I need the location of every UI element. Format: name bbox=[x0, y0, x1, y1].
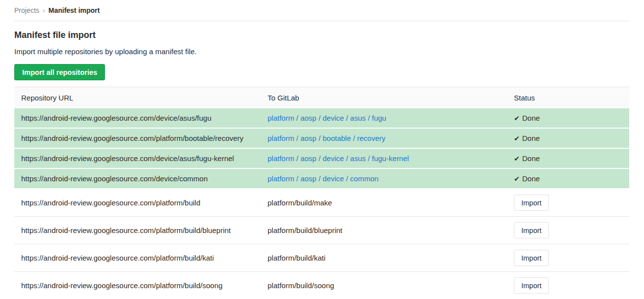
column-header-to-gitlab: To GitLab bbox=[261, 87, 507, 108]
breadcrumb-current: Manifest import bbox=[48, 6, 100, 14]
table-row: https://android-review.googlesource.com/… bbox=[14, 129, 629, 149]
import-button[interactable]: Import bbox=[514, 277, 549, 294]
repository-url: https://android-review.googlesource.com/… bbox=[14, 189, 261, 217]
chevron-right-icon: › bbox=[43, 6, 45, 14]
main-content: Manifest file import Import multiple rep… bbox=[14, 30, 629, 299]
target-project-link[interactable]: platform / aosp / device / asus / fugu bbox=[268, 114, 386, 122]
table-row: https://android-review.googlesource.com/… bbox=[14, 244, 629, 272]
column-header-repository-url: Repository URL bbox=[14, 87, 261, 108]
check-icon: ✔ bbox=[514, 175, 520, 183]
column-header-status: Status bbox=[507, 87, 629, 108]
repository-url: https://android-review.googlesource.com/… bbox=[14, 129, 261, 149]
table-header: Repository URL To GitLab Status bbox=[14, 87, 629, 108]
target-project-path: platform/build/make bbox=[268, 199, 332, 207]
status-label: Done bbox=[522, 154, 540, 163]
status-cell: Import bbox=[507, 244, 629, 272]
status-label: Done bbox=[522, 134, 540, 142]
status-cell: Import bbox=[507, 272, 629, 299]
status-label: Done bbox=[522, 174, 540, 183]
target-project-link[interactable]: platform / aosp / bootable / recovery bbox=[268, 134, 385, 142]
table-row: https://android-review.googlesource.com/… bbox=[14, 169, 629, 189]
status-cell: Import bbox=[507, 189, 629, 217]
status-cell: ✔Done bbox=[507, 129, 629, 149]
status-cell: ✔Done bbox=[507, 108, 629, 129]
status-cell: Import bbox=[507, 217, 629, 244]
table-row: https://android-review.googlesource.com/… bbox=[14, 272, 629, 299]
table-row: https://android-review.googlesource.com/… bbox=[14, 189, 629, 217]
import-button[interactable]: Import bbox=[514, 195, 549, 211]
import-button[interactable]: Import bbox=[514, 250, 549, 266]
check-icon: ✔ bbox=[514, 114, 520, 122]
repository-url: https://android-review.googlesource.com/… bbox=[14, 244, 261, 272]
table-row: https://android-review.googlesource.com/… bbox=[14, 149, 629, 169]
status-label: Done bbox=[522, 114, 540, 122]
target-project-path: platform/build/soong bbox=[268, 281, 334, 290]
repository-url: https://android-review.googlesource.com/… bbox=[14, 217, 261, 244]
target-project-link[interactable]: platform / aosp / device / common bbox=[268, 174, 378, 183]
repository-url: https://android-review.googlesource.com/… bbox=[14, 272, 261, 299]
table-row: https://android-review.googlesource.com/… bbox=[14, 217, 629, 244]
import-all-repositories-button[interactable]: Import all repositories bbox=[14, 64, 105, 80]
status-cell: ✔Done bbox=[507, 169, 629, 189]
target-project-link[interactable]: platform / aosp / device / asus / fugu-k… bbox=[268, 154, 409, 163]
status-cell: ✔Done bbox=[507, 149, 629, 169]
target-project-path: platform/build/blueprint bbox=[268, 226, 342, 234]
table-row: https://android-review.googlesource.com/… bbox=[14, 108, 629, 129]
page-description: Import multiple repositories by uploadin… bbox=[14, 47, 629, 56]
repository-url: https://android-review.googlesource.com/… bbox=[14, 169, 261, 189]
check-icon: ✔ bbox=[514, 134, 520, 142]
manifest-import-page: Projects › Manifest import Manifest file… bbox=[0, 0, 644, 299]
manifest-import-table: Repository URL To GitLab Status https://… bbox=[14, 87, 629, 299]
page-title: Manifest file import bbox=[14, 30, 629, 40]
breadcrumb: Projects › Manifest import bbox=[14, 0, 629, 21]
check-icon: ✔ bbox=[514, 155, 520, 163]
repository-url: https://android-review.googlesource.com/… bbox=[14, 108, 261, 129]
repository-url: https://android-review.googlesource.com/… bbox=[14, 149, 261, 169]
import-button[interactable]: Import bbox=[514, 222, 549, 238]
breadcrumb-projects-link[interactable]: Projects bbox=[14, 6, 39, 14]
target-project-path: platform/build/kati bbox=[268, 254, 326, 262]
